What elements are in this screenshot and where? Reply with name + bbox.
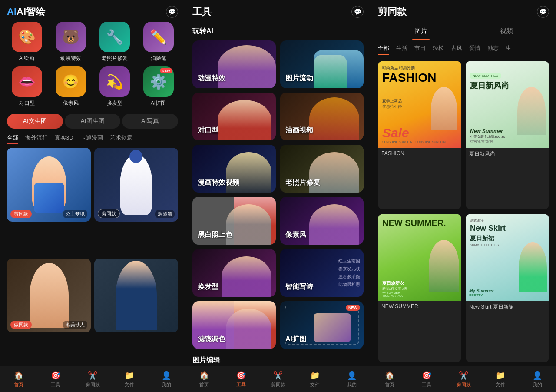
clip-icon-left: ✂️	[88, 371, 97, 380]
tools-scroll-area: 玩转AI 动漫特效 图片流动	[185, 22, 371, 366]
tool-hair-change[interactable]: 换发型	[192, 249, 276, 297]
content-grid-right: 时尚新品 特惠抢购 FASHION 夏季上新品优惠抢不停 Sale SUNSHI…	[371, 57, 556, 366]
tab-ai-portrait[interactable]: AI写真	[122, 114, 178, 129]
panel-right-title: 剪同款	[378, 5, 407, 18]
nav-files-left[interactable]: 📁 文件	[111, 366, 148, 392]
tool-old-photo[interactable]: 老照片修复	[280, 145, 364, 193]
nav-profile-left[interactable]: 👤 我的	[148, 366, 185, 392]
content-card-new-skirt[interactable]: 法式浪漫 New Skirt夏日新裙 SUMMER CLOTHES My Sum…	[466, 214, 549, 362]
filter-overseas[interactable]: 海外流行	[25, 134, 48, 144]
message-icon-right[interactable]: 💬	[537, 6, 549, 18]
filter-row-left: 全部 海外流行 真实3D 卡通漫画 艺术创意	[0, 134, 185, 148]
message-icon-left[interactable]: 💬	[166, 6, 178, 18]
tool-anime-effect[interactable]: 动漫特效	[192, 40, 276, 88]
cat-holiday[interactable]: 节日	[414, 44, 426, 55]
tool-img-flow[interactable]: 图片流动	[280, 40, 364, 88]
cat-relax[interactable]: 轻松	[433, 44, 444, 55]
sub-tab-videos[interactable]: 视频	[463, 22, 549, 40]
sub-tab-images[interactable]: 图片	[378, 22, 463, 40]
card-title-new-skirt: New Skirt 夏日新裙	[466, 301, 549, 313]
home-icon-left: 🏠	[14, 371, 23, 380]
nav-profile-right[interactable]: 👤 我的	[519, 366, 556, 392]
nav-section-left: 🏠 首页 🎯 工具 ✂️ 剪同款 📁 文件 👤 我的	[0, 366, 185, 392]
nav-clip-left[interactable]: ✂️ 剪同款	[74, 366, 111, 392]
icon-eraser[interactable]: ✏️ 消除笔	[139, 22, 178, 62]
image-grid-left: 剪同款 公主梦境 剪同款 浩墨清 做同款 湘美动人	[0, 148, 185, 366]
img-card-1[interactable]: 剪同款 公主梦境	[7, 148, 91, 222]
icon-hair-change[interactable]: 💫 换发型	[95, 66, 134, 107]
nav-home-mid[interactable]: 🏠 首页	[185, 366, 222, 392]
content-card-fashion[interactable]: 时尚新品 特惠抢购 FASHION 夏季上新品优惠抢不停 Sale SUNSHI…	[378, 61, 461, 209]
filter-3d[interactable]: 真实3D	[55, 134, 73, 144]
home-icon-mid: 🏠	[199, 371, 209, 380]
files-icon-mid: 📁	[310, 371, 320, 380]
nav-profile-mid[interactable]: 👤 我的	[334, 366, 371, 392]
nav-clip-right[interactable]: ✂️ 剪同款	[445, 366, 482, 392]
tab-ai-img-to-img[interactable]: AI图生图	[65, 114, 121, 129]
badge-same-cut-2: 剪同款	[98, 209, 120, 218]
icon-grid: 🎨 AI绘画 🐻 动漫特效 🔧 老照片修复 ✏️ 消除笔 👄 对口型 😊	[0, 22, 185, 112]
tool-manga-video[interactable]: 漫画特效视频	[192, 145, 276, 193]
panel-clip-same: 剪同款 💬 图片 视频 全部 生活 节日 轻松 古风 爱情 励志 生	[371, 0, 556, 366]
icon-photo-restore[interactable]: 🔧 老照片修复	[95, 22, 134, 62]
filter-all[interactable]: 全部	[7, 134, 18, 144]
filter-cartoon[interactable]: 卡通漫画	[80, 134, 103, 144]
cat-all[interactable]: 全部	[378, 44, 389, 55]
nav-tools-left[interactable]: 🎯 工具	[37, 366, 74, 392]
tool-oil-paint[interactable]: 油画视频	[280, 93, 364, 140]
nav-section-right: 🏠 首页 🎯 工具 ✂️ 剪同款 📁 文件 👤 我的	[371, 366, 556, 392]
nav-tools-right[interactable]: 🎯 工具	[408, 366, 445, 392]
content-card-new-summer[interactable]: NEW SUMMER. 夏日焕新衣 新品2件立享8折 ++ SUMMER TIM…	[378, 214, 461, 362]
badge-make-same-3: 做同款	[10, 321, 32, 329]
card-title-summer-trend: 夏日新风尚	[466, 148, 549, 160]
tools-icon-mid: 🎯	[236, 371, 246, 380]
ai-tabs-row: AI文生图 AI图生图 AI写真	[0, 112, 185, 130]
icon-anime-effect[interactable]: 🐻 动漫特效	[51, 22, 90, 62]
img-card-3[interactable]: 做同款 湘美动人	[7, 259, 91, 332]
nav-home-right[interactable]: 🏠 首页	[371, 366, 408, 392]
section-title-img-edit: 图片编辑	[192, 356, 364, 365]
img-card-4[interactable]	[94, 259, 178, 332]
content-card-summer-trend[interactable]: NEW CLOTHES 夏日新风尚 New Summer 小美女装全场满300-…	[466, 61, 549, 209]
panel-ai-drawing: AIAI智绘 💬 🎨 AI绘画 🐻 动漫特效 🔧 老照片修复 ✏️ 消除笔	[0, 0, 185, 366]
tool-bw-colorize[interactable]: 黑白照上色	[192, 197, 276, 245]
category-row: 全部 生活 节日 轻松 古风 爱情 励志 生	[371, 40, 556, 57]
tool-smart-poem[interactable]: 红豆生南国春来发几枝愿君多采撷此物最相思 智能写诗	[280, 249, 364, 297]
tools-icon-right: 🎯	[422, 371, 431, 380]
cat-more[interactable]: 生	[506, 44, 511, 55]
message-icon-middle[interactable]: 💬	[351, 6, 364, 18]
files-icon-left: 📁	[125, 371, 134, 380]
panel-middle-header: 工具 💬	[185, 0, 371, 22]
tool-filter-color[interactable]: 滤镜调色	[192, 301, 276, 349]
clip-icon-right: ✂️	[459, 371, 468, 380]
nav-files-mid[interactable]: 📁 文件	[297, 366, 334, 392]
home-icon-right: 🏠	[385, 371, 394, 380]
tool-lipsync[interactable]: 对口型	[192, 93, 276, 140]
img-card-2[interactable]: 剪同款 浩墨清	[94, 148, 178, 222]
icon-lipsync[interactable]: 👄 对口型	[7, 66, 46, 107]
icon-pixel-style[interactable]: 😊 像素风	[51, 66, 90, 107]
cat-life[interactable]: 生活	[396, 44, 407, 55]
tab-ai-text-to-img[interactable]: AI文生图	[7, 114, 63, 129]
tool-ai-expand[interactable]: NEW AI扩图	[280, 301, 364, 349]
cat-ancient[interactable]: 古风	[451, 44, 462, 55]
nav-section-middle: 🏠 首页 🎯 工具 ✂️ 剪同款 📁 文件 👤 我的	[185, 366, 371, 392]
icon-ai-expand[interactable]: ⚙️ NEW AI扩图	[139, 66, 178, 107]
nav-home-left[interactable]: 🏠 首页	[0, 366, 37, 392]
nav-clip-mid[interactable]: ✂️ 剪同款	[259, 366, 296, 392]
card-title-fashion: FASHION	[378, 148, 461, 159]
icon-ai-drawing[interactable]: 🎨 AI绘画	[7, 22, 46, 62]
cat-love[interactable]: 爱情	[469, 44, 480, 55]
nav-files-right[interactable]: 📁 文件	[482, 366, 519, 392]
nav-tools-mid[interactable]: 🎯 工具	[222, 366, 259, 392]
tool-pixel-style[interactable]: 像素风	[280, 197, 364, 245]
panel-left-title: AIAI智绘	[7, 5, 45, 18]
profile-icon-left: 👤	[162, 371, 171, 380]
files-icon-right: 📁	[496, 371, 505, 380]
card-title-new-summer: NEW SUMMER.	[378, 301, 461, 312]
profile-icon-mid: 👤	[347, 371, 357, 380]
profile-icon-right: 👤	[533, 371, 542, 380]
tools-icon-left: 🎯	[51, 371, 60, 380]
filter-art[interactable]: 艺术创意	[110, 134, 132, 144]
cat-inspire[interactable]: 励志	[487, 44, 499, 55]
